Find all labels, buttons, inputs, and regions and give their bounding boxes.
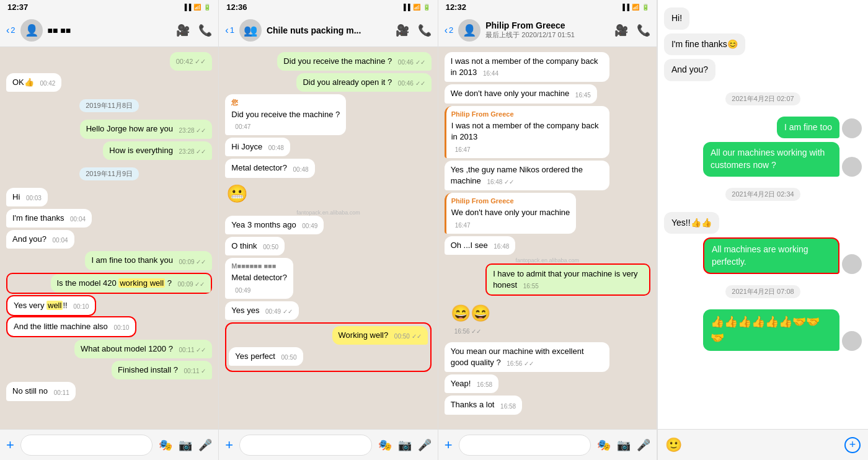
msg-p4-am-fine-too: I am fine too (664, 117, 862, 139)
chat-body-2: Did you receive the machine ? 00:46 ✓✓ D… (219, 47, 437, 429)
msg-ok: OK👍 00:42 (6, 73, 212, 92)
mic-icon-2[interactable]: 🎤 (418, 438, 432, 452)
back-button-1[interactable]: ‹ 2 (6, 25, 16, 36)
plus-circle-button-4[interactable]: + (844, 437, 861, 453)
video-icon-2[interactable]: 🎥 (396, 24, 409, 37)
msg-p4-hi: Hi! (664, 7, 862, 30)
date-divider-1: 2019年11月8日 (6, 94, 212, 117)
msg-how-is-everything: How is everything 23:28 ✓✓ (6, 141, 212, 160)
msg-p4-yes-thumbs: Yes!!👍👍 (664, 212, 862, 234)
chat-footer-2: + 🎭 📷 🎤 (219, 429, 437, 460)
msg-metal-detector-q1: Metal detector? 00:48 (225, 159, 431, 177)
back-count-1: 2 (11, 25, 15, 35)
contact-name-1: ■■ ■■ (48, 25, 172, 35)
back-button-2[interactable]: ‹ 1 (225, 25, 234, 36)
date-divider-p4-1: 2021年4月2日 02:07 (664, 87, 862, 110)
msg-sent-machine-top: Did you receive the machine ? 00:46 ✓✓ (225, 52, 431, 71)
video-icon-3[interactable]: 🎥 (614, 24, 628, 37)
msg-hi: Hi 00:03 (6, 188, 212, 206)
msg-thanks-a-lot: Thanks a lot 16:58 (445, 396, 650, 414)
sticker-icon-1[interactable]: 🎭 (159, 438, 172, 452)
chat-body-1: 00:42 ✓✓ OK👍 00:42 2019年11月8日 Hello Jorg… (0, 47, 218, 429)
contact-status-3: 最后上线于 2020/12/17 01:51 (485, 30, 609, 40)
chat-body-3: I was not a member of the company back i… (438, 47, 657, 429)
msg-yes-perfect: Yes perfect 00:50 (229, 347, 427, 366)
mic-icon-1[interactable]: 🎤 (198, 438, 212, 452)
msg-working-well: Working well? 00:50 ✓✓ (229, 326, 427, 345)
mic-icon-3[interactable]: 🎤 (637, 438, 650, 452)
chat-header-1: ‹ 2 👤 ■■ ■■ 🎥 📞 (0, 14, 218, 47)
contact-name-2: Chile nuts packing m... (267, 25, 391, 35)
msg-p4-machines-working: All our machines working with customers … (664, 142, 862, 176)
msg-machine-quality: You mean our machine with excellent good… (445, 342, 650, 372)
sent-avatar-p4c (842, 254, 862, 274)
msg-p4-fine-thanks: I'm fine thanks😊 (664, 33, 862, 56)
message-input-3[interactable] (459, 435, 591, 456)
msg-p4-and-you: And you? (664, 59, 862, 81)
status-bar-2: 12:36 ▐▐ 📶 🔋 (219, 0, 437, 14)
chat-panel-1: 12:37 ▐▐ 📶 🔋 ‹ 2 👤 ■■ ■■ 🎥 📞 00:42 ✓✓ OK… (0, 0, 219, 460)
msg-sent-open: Did you already open it ? 00:46 ✓✓ (225, 73, 431, 92)
status-time-3: 12:32 (446, 2, 466, 12)
sent-avatar-p4d (842, 331, 862, 351)
status-icons-2: ▐▐ 📶 🔋 (401, 4, 430, 11)
msg-o-think: O think 00:50 (225, 237, 431, 255)
status-time-2: 12:36 (226, 2, 247, 12)
watermark-2a: fantopack.en.alibaba.com (225, 210, 431, 216)
msg-not-member: I was not a member of the company back i… (445, 52, 650, 82)
plus-button-2[interactable]: + (225, 437, 233, 453)
msg-group-marco: M■■■■■■ ■■■ Metal detector? 00:49 (225, 258, 431, 299)
msg-very-honest: I have to admit that your machine is ver… (445, 263, 650, 296)
chat-footer-3: + 🎭 📷 🎤 (438, 429, 657, 460)
msg-fine-thanks: I'm fine thanks 00:04 (6, 209, 212, 228)
msg-3months: Yea 3 months ago 00:49 (225, 216, 431, 234)
chat-body-4: Hi! I'm fine thanks😊 And you? 2021年4月2日 … (658, 0, 868, 429)
msg-oh-i-see: Oh ...I see 16:48 (445, 236, 650, 255)
msg-model420: Is the model 420 working well ? 00:09 ✓✓ (6, 273, 212, 294)
sent-avatar-p4b (842, 157, 862, 177)
msg-hi-joyce: Hi Joyce 00:48 (225, 138, 431, 156)
avatar-1: 👤 (20, 19, 43, 42)
contact-info-2: Chile nuts packing m... (267, 25, 391, 35)
date-divider-p4-3: 2021年4月2日 07:08 (664, 280, 862, 303)
sticker-icon-2[interactable]: 🎭 (378, 438, 392, 452)
plus-button-3[interactable]: + (445, 437, 453, 453)
date-divider-2: 2019年11月9日 (6, 162, 212, 185)
msg-and-you: And you? 00:04 (6, 230, 212, 249)
chat-footer-1: + 🎭 📷 🎤 (0, 429, 218, 460)
contact-info-3: Philip From Greece 最后上线于 2020/12/17 01:5… (485, 20, 609, 40)
working-well-block: Working well? 00:50 ✓✓ Yes perfect 00:50 (225, 322, 431, 372)
emoji-button-4[interactable]: 🙂 (665, 437, 682, 453)
action-icons-2: 🎥 📞 (396, 24, 432, 37)
action-icons-3: 🎥 📞 (614, 24, 650, 37)
call-icon-2[interactable]: 📞 (418, 24, 432, 37)
msg-group-receive: 您 Did you receive the machine ? 00:47 (225, 94, 431, 135)
msg-nikos-ordered: Yes ,the guy name Nikos ordered the mach… (445, 161, 650, 190)
message-input-2[interactable] (239, 435, 371, 456)
call-icon-3[interactable]: 📞 (637, 24, 650, 37)
message-input-1[interactable] (20, 435, 153, 456)
msg-p4-all-machines-perfectly: All machines are working perfectly. (664, 237, 862, 274)
action-icons-1: 🎥 📞 (176, 24, 212, 37)
camera-icon-3[interactable]: 📷 (617, 438, 631, 452)
plus-button-1[interactable]: + (6, 437, 14, 453)
msg-sent-time: 00:42 ✓✓ (6, 52, 212, 71)
msg-hello-jorge: Hello Jorge how are you 23:28 ✓✓ (6, 120, 212, 138)
status-bar-3: 12:32 ▐▐ 📶 🔋 (438, 0, 657, 14)
video-icon-1[interactable]: 🎥 (176, 24, 190, 37)
msg-p4-emoji-hands: 👍👍👍👍👍👍🤝🤝🤝 (664, 309, 862, 350)
sticker-icon-3[interactable]: 🎭 (597, 438, 611, 452)
back-button-3[interactable]: ‹ 2 (445, 25, 454, 36)
camera-icon-2[interactable]: 📷 (398, 438, 412, 452)
msg-model1200: What about model 1200 ? 00:11 ✓✓ (6, 340, 212, 358)
camera-icon-1[interactable]: 📷 (179, 438, 192, 452)
chat-header-3: ‹ 2 👤 Philip From Greece 最后上线于 2020/12/1… (438, 14, 657, 47)
msg-little-machine: And the little machine also 00:10 (6, 316, 212, 337)
msg-finished-install: Finished install ? 00:11 ✓ (6, 361, 212, 379)
date-divider-p4-2: 2021年4月2日 02:34 (664, 183, 862, 206)
watermark-3: fantopack.en.alibaba.com (445, 257, 650, 263)
call-icon-1[interactable]: 📞 (198, 24, 212, 37)
sent-avatar-p4 (842, 118, 862, 138)
contact-name-3: Philip From Greece (485, 20, 609, 30)
msg-yes-very-well: Yes very well!! 00:10 (6, 295, 212, 316)
